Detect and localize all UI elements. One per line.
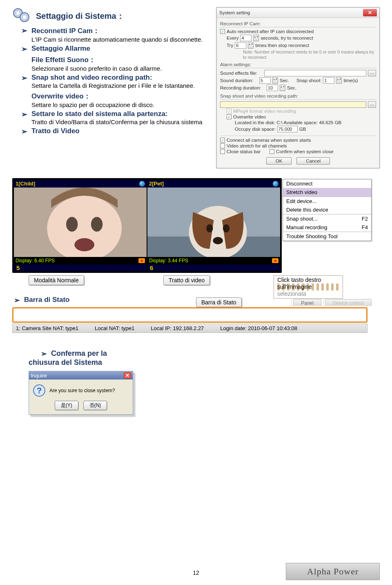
occupy-unit: GB	[299, 127, 306, 132]
tag-barra: Barra di Stato	[196, 297, 242, 307]
overwrite-label: Overwrite video	[233, 114, 266, 119]
ctx-delete[interactable]: Delete this device	[283, 205, 371, 214]
cell2-title: 2[Pet]	[149, 181, 164, 187]
svg-point-12	[206, 224, 213, 232]
ctx-stretch[interactable]: Stretch video	[283, 188, 371, 196]
record-icon	[138, 258, 145, 263]
occupy-field[interactable]: 75.000	[277, 126, 298, 132]
rd-label: Recording duration:	[220, 85, 265, 90]
svg-point-1	[16, 11, 20, 15]
pet-image	[147, 188, 280, 257]
panel-tab[interactable]: Panel	[293, 299, 321, 306]
bullet-icon: ➢	[41, 349, 47, 358]
video-grid: 1[Child] Display: 6.40 FPS 5 2[Pet]	[12, 178, 282, 273]
ss-field[interactable]: 1	[323, 77, 334, 84]
mpeg-checkbox[interactable]	[227, 109, 232, 114]
dialog-title: System setting	[219, 10, 250, 15]
svg-point-14	[213, 237, 223, 244]
svg-point-6	[66, 217, 78, 232]
inquire-h2: chiusura del Sistema	[29, 358, 380, 367]
cell1-fps: Display: 6.40 FPS	[16, 258, 55, 263]
every-r: seconds, try to reconnect	[261, 36, 313, 40]
video-cell-2[interactable]: 2[Pet] Display: 3.44 FPS 6	[147, 180, 280, 271]
close-status-checkbox[interactable]	[220, 149, 225, 154]
inquire-h1: Conferma per la	[51, 349, 107, 358]
every-spin[interactable]: ▲▼	[253, 35, 259, 41]
ctx-edit[interactable]: Edit device...	[283, 197, 371, 205]
globe-icon	[273, 181, 278, 187]
inquire-msg: Are you sure to close system?	[49, 388, 115, 393]
context-menu: Disconnect Stretch video Edit device... …	[283, 179, 372, 241]
bullet-icon: ➢	[21, 110, 27, 125]
b3-desc: Settare la Cartella di Registrazione per…	[31, 82, 211, 89]
try-spin[interactable]: ▲▼	[248, 42, 254, 49]
page-title: Settaggio di Sistema：	[36, 11, 125, 22]
rd-spin[interactable]: ▲▼	[280, 85, 285, 91]
bullet-icon: ➢	[21, 74, 27, 108]
no-button[interactable]: 否(N)	[83, 401, 107, 410]
sd-spin[interactable]: ▲▼	[272, 77, 278, 84]
every-field[interactable]: 4	[240, 35, 252, 41]
system-setting-dialog: System setting ✕ Reconnect IP Cam: Auto …	[216, 7, 380, 168]
connect-all-label: Connect all cameras when system starts	[227, 138, 311, 143]
b4-desc: Tratto di Video/Barra di stato/Conferma …	[31, 118, 211, 125]
record-icon	[272, 258, 278, 263]
grp-reconnect: Reconnect IP Cam:	[220, 21, 376, 26]
sef-field[interactable]	[264, 70, 366, 76]
cancel-button[interactable]: Cancel	[296, 157, 330, 165]
auto-reconnect-checkbox[interactable]	[220, 29, 225, 34]
grp-path: Snap shoot and video recording path:	[220, 94, 376, 98]
ctx-manual[interactable]: Manual recordingF4	[283, 223, 371, 232]
ok-button[interactable]: OK	[266, 157, 292, 165]
ctx-disconnect[interactable]: Disconnect	[283, 179, 371, 188]
device-control-tab[interactable]: Device control	[325, 299, 372, 306]
bullet-icon: ➢	[21, 26, 27, 43]
question-icon: ?	[33, 384, 45, 397]
b3-sub2: Overwrite video：	[31, 92, 211, 101]
rd-unit: Sec.	[287, 85, 296, 90]
ctx-trouble[interactable]: Trouble Shooting Tool	[283, 232, 371, 241]
status-nat: Local NAT: type1	[95, 325, 134, 331]
b2-desc: Selezionare il suono preferito in caso d…	[31, 65, 211, 72]
confirm-close-checkbox[interactable]	[270, 149, 274, 154]
tag-normal: Modalità Normale	[29, 275, 84, 285]
status-ip: Local IP: 192.168.2.27	[151, 325, 204, 331]
ss-spin[interactable]: ▲▼	[336, 77, 342, 84]
yes-button[interactable]: 是(Y)	[55, 401, 78, 410]
cell6-num: 6	[147, 264, 280, 271]
svg-point-3	[23, 16, 26, 19]
svg-point-8	[74, 238, 94, 251]
located-label: Located in the disk: C:\ Available space…	[235, 120, 341, 125]
try-r: times then stop reconnect	[255, 43, 309, 48]
mpeg-label: MPeg4 format video recording	[233, 109, 296, 114]
grp-alarm: Alarm settings:	[220, 62, 376, 67]
sd-field[interactable]: 5	[259, 77, 271, 84]
bullet-icon: ➢	[14, 296, 20, 305]
close-icon[interactable]: ✕	[363, 9, 377, 16]
status-highlight-box	[12, 307, 368, 323]
connect-all-checkbox[interactable]	[220, 138, 225, 143]
every-label: Every	[227, 36, 238, 40]
gear-icon	[12, 7, 31, 25]
b2-title: Settaggio Allarme	[31, 45, 211, 53]
close-icon[interactable]: ✕	[124, 372, 131, 379]
cell2-fps: Display: 3.44 FPS	[149, 258, 188, 263]
try-field[interactable]: 6	[235, 42, 246, 49]
bullet-icon: ➢	[21, 45, 27, 72]
inquire-dialog: Inquire ✕ ? Are you sure to close system…	[29, 371, 133, 415]
video-cell-1[interactable]: 1[Child] Display: 6.40 FPS 5	[14, 180, 147, 271]
cell5-num: 5	[14, 264, 147, 271]
occupy-label: Occupy disk space:	[235, 127, 276, 132]
inquire-title: Inquire	[31, 373, 47, 379]
sd-unit: Sec.	[280, 78, 289, 83]
rd-field[interactable]: 10	[267, 85, 278, 91]
logo: Alpha Power	[286, 563, 380, 580]
overwrite-checkbox[interactable]	[227, 114, 232, 119]
barra-title: Barra di Stato	[24, 296, 69, 305]
path-field[interactable]	[220, 101, 366, 108]
path-browse[interactable]: ...	[368, 101, 376, 108]
ctx-snap[interactable]: Snap shoot...F2	[283, 214, 371, 223]
reconnect-note: Note: Number of reconnect needs to be 0 …	[243, 49, 376, 60]
stretch-checkbox[interactable]	[220, 143, 225, 148]
sef-browse[interactable]: ...	[368, 70, 376, 76]
